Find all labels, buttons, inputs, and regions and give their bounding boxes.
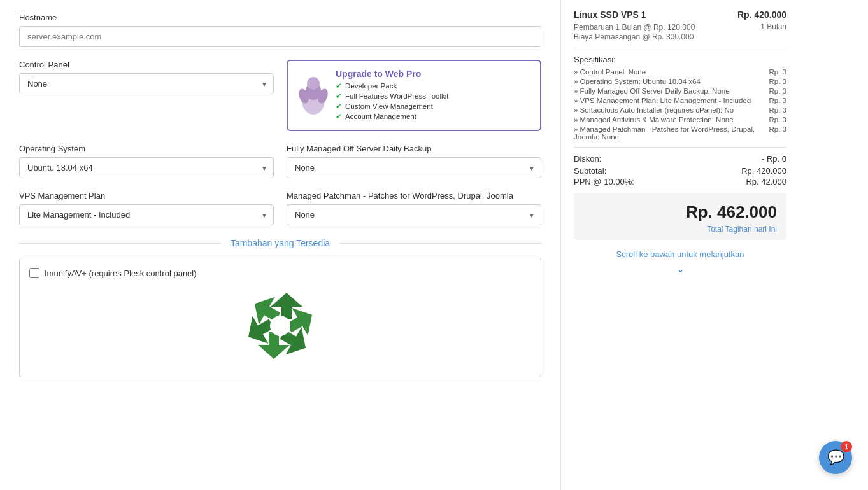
banner-item-3: ✔ Custom View Management xyxy=(336,102,449,111)
spec-row-3: » VPS Management Plan: Lite Management -… xyxy=(574,97,786,104)
os-backup-row: Operating System Ubuntu 18.04 x64 CentOS… xyxy=(19,144,541,178)
check-icon-3: ✔ xyxy=(336,102,342,111)
discount-value: - Rp. 0 xyxy=(762,154,786,164)
total-box: Rp. 462.000 Total Tagihan hari Ini xyxy=(574,193,786,240)
backup-select[interactable]: None Basic Advanced xyxy=(287,157,541,178)
chat-bubble[interactable]: 💬 1 xyxy=(819,441,852,474)
check-icon-2: ✔ xyxy=(336,92,342,101)
ppn-label: PPN @ 10.00%: xyxy=(574,177,634,186)
product-price: Rp. 420.000 xyxy=(737,10,786,20)
vps-label: VPS Management Plan xyxy=(19,191,274,200)
subtotal-row: Subtotal: Rp. 420.000 xyxy=(574,166,786,176)
vps-select[interactable]: Lite Management - Included Standard Prem… xyxy=(19,204,274,225)
sub1-row: Pembaruan 1 Bulan @ Rp. 120.000 1 Bulan xyxy=(574,22,786,32)
sub1-value: 1 Bulan xyxy=(760,22,786,31)
control-panel-row: Control Panel None cPanel Plesk ▼ xyxy=(19,60,541,131)
backup-label: Fully Managed Off Server Daily Backup xyxy=(287,144,541,153)
subtotal-label: Subtotal: xyxy=(574,166,606,176)
imunify-logo xyxy=(29,284,531,367)
vps-patchman-row: VPS Management Plan Lite Management - In… xyxy=(19,191,541,225)
banner-item-4: ✔ Account Management xyxy=(336,112,449,121)
scroll-chevron-icon: ⌄ xyxy=(574,262,786,276)
os-select-wrapper: Ubuntu 18.04 x64 CentOS 7 Debian 10 ▼ xyxy=(19,157,274,178)
spec-row-2: » Fully Managed Off Server Daily Backup:… xyxy=(574,87,786,95)
total-label: Total Tagihan hari Ini xyxy=(583,225,777,234)
patchman-col: Managed Patchman - Patches for WordPress… xyxy=(287,191,541,225)
specs-divider xyxy=(574,48,786,48)
control-panel-select[interactable]: None cPanel Plesk xyxy=(19,73,274,94)
banner-item-2: ✔ Full Features WordPress Toolkit xyxy=(336,92,449,101)
total-amount: Rp. 462.000 xyxy=(583,202,777,222)
check-icon-4: ✔ xyxy=(336,112,342,121)
imunify-checkbox[interactable] xyxy=(29,268,39,278)
hostname-label: Hostname xyxy=(19,13,541,22)
tambahan-title: Tambahan yang Tersedia xyxy=(221,238,339,248)
upgrade-banner-col: Upgrade to Web Pro ✔ Developer Pack ✔ Fu… xyxy=(287,60,541,131)
spec-row-5: » Managed Antivirus & Malware Protection… xyxy=(574,116,786,123)
upgrade-banner[interactable]: Upgrade to Web Pro ✔ Developer Pack ✔ Fu… xyxy=(287,60,541,131)
product-header: Linux SSD VPS 1 Rp. 420.000 xyxy=(574,10,786,20)
control-panel-label: Control Panel xyxy=(19,60,274,69)
imunify-label: ImunifyAV+ (requires Plesk control panel… xyxy=(45,269,197,278)
chat-icon: 💬 xyxy=(827,449,844,466)
main-content: Hostname Control Panel None cPanel Plesk… xyxy=(0,0,560,490)
addon-checkbox-row: ImunifyAV+ (requires Plesk control panel… xyxy=(29,268,531,278)
spec-row-1: » Operating System: Ubuntu 18.04 x64 Rp.… xyxy=(574,78,786,85)
patchman-select-wrapper: None Basic Advanced ▼ xyxy=(287,204,541,225)
os-select[interactable]: Ubuntu 18.04 x64 CentOS 7 Debian 10 xyxy=(19,157,274,178)
spec-row-6: » Managed Patchman - Patches for WordPre… xyxy=(574,125,786,141)
ppn-value: Rp. 42.000 xyxy=(746,177,786,186)
backup-col: Fully Managed Off Server Daily Backup No… xyxy=(287,144,541,178)
svg-point-11 xyxy=(270,316,290,336)
sub2-label: Biaya Pemasangan @ Rp. 300.000 xyxy=(574,32,694,41)
check-icon-1: ✔ xyxy=(336,81,342,90)
hostname-input[interactable] xyxy=(19,26,541,47)
os-col: Operating System Ubuntu 18.04 x64 CentOS… xyxy=(19,144,274,178)
vps-select-wrapper: Lite Management - Included Standard Prem… xyxy=(19,204,274,225)
specs-title: Spesifikasi: xyxy=(574,55,786,64)
banner-title: Upgrade to Web Pro xyxy=(336,69,449,79)
banner-mascot-icon xyxy=(297,72,329,120)
vps-col: VPS Management Plan Lite Management - In… xyxy=(19,191,274,225)
scroll-cta: Scroll ke bawah untuk melanjutkan ⌄ xyxy=(574,249,786,276)
discount-divider xyxy=(574,147,786,148)
patchman-select[interactable]: None Basic Advanced xyxy=(287,204,541,225)
svg-point-2 xyxy=(307,77,320,90)
chat-badge: 1 xyxy=(841,441,852,452)
order-summary-sidebar: Linux SSD VPS 1 Rp. 420.000 Pembaruan 1 … xyxy=(560,0,799,490)
backup-select-wrapper: None Basic Advanced ▼ xyxy=(287,157,541,178)
scroll-cta-text: Scroll ke bawah untuk melanjutkan xyxy=(574,249,786,259)
ppn-row: PPN @ 10.00%: Rp. 42.000 xyxy=(574,177,786,186)
subtotal-value: Rp. 420.000 xyxy=(741,166,786,176)
patchman-label: Managed Patchman - Patches for WordPress… xyxy=(287,191,541,200)
discount-row: Diskon: - Rp. 0 xyxy=(574,154,786,164)
banner-item-1: ✔ Developer Pack xyxy=(336,81,449,90)
os-label: Operating System xyxy=(19,144,274,153)
sub1-label: Pembaruan 1 Bulan @ Rp. 120.000 xyxy=(574,23,695,32)
hostname-section: Hostname xyxy=(19,13,541,47)
banner-content: Upgrade to Web Pro ✔ Developer Pack ✔ Fu… xyxy=(336,69,449,122)
spec-row-4: » Softaculous Auto Installer (requires c… xyxy=(574,106,786,114)
product-title: Linux SSD VPS 1 xyxy=(574,10,646,20)
spec-row-0: » Control Panel: None Rp. 0 xyxy=(574,68,786,76)
control-panel-select-wrapper: None cPanel Plesk ▼ xyxy=(19,73,274,94)
control-panel-col: Control Panel None cPanel Plesk ▼ xyxy=(19,60,274,131)
addon-box: ImunifyAV+ (requires Plesk control panel… xyxy=(19,258,541,377)
discount-label: Diskon: xyxy=(574,154,601,164)
sub2-row: Biaya Pemasangan @ Rp. 300.000 xyxy=(574,32,786,41)
tambahan-divider: Tambahan yang Tersedia xyxy=(19,238,541,248)
